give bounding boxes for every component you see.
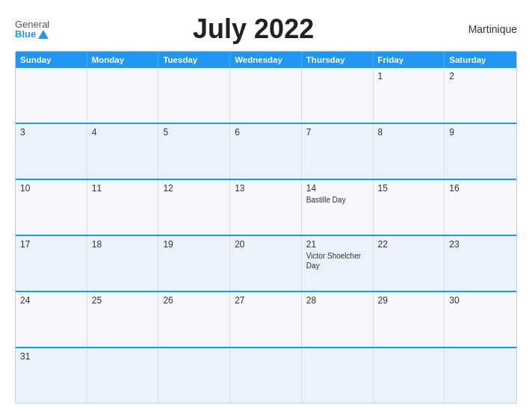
day-number: 20 [235, 239, 297, 250]
calendar-cell [230, 68, 302, 123]
day-number: 10 [20, 183, 82, 194]
calendar-cell: 5 [158, 124, 230, 179]
day-number: 18 [92, 239, 154, 250]
calendar-day-header: Saturday [445, 52, 516, 68]
calendar-cell: 14Bastille Day [302, 180, 374, 235]
calendar-cell: 13 [230, 180, 302, 235]
calendar-cell: 28 [302, 292, 374, 347]
day-number: 15 [378, 183, 440, 194]
page: General Blue July 2022 Martinique Sunday… [0, 0, 532, 411]
day-number: 24 [20, 295, 82, 306]
calendar-week: 31 [16, 347, 516, 403]
calendar-cell: 12 [158, 180, 230, 235]
calendar-cell: 21Victor Shoelcher Day [302, 236, 374, 291]
day-number: 1 [378, 71, 440, 81]
calendar-cell: 30 [445, 292, 516, 347]
event-label: Bastille Day [306, 195, 368, 205]
calendar-cell: 20 [230, 236, 302, 291]
calendar-cell: 2 [445, 68, 516, 123]
calendar-cell [16, 68, 87, 123]
day-number: 28 [306, 295, 368, 306]
day-number: 4 [92, 127, 154, 137]
day-number: 14 [306, 183, 368, 194]
calendar-body: 1234567891011121314Bastille Day151617181… [16, 68, 516, 403]
calendar-week: 3456789 [16, 123, 516, 179]
calendar-cell [302, 68, 374, 123]
calendar-cell [158, 68, 230, 123]
day-number: 23 [449, 239, 512, 250]
calendar-cell: 4 [87, 124, 159, 179]
calendar-cell: 10 [16, 180, 87, 235]
calendar-cell [230, 348, 302, 403]
calendar-day-header: Tuesday [158, 52, 230, 68]
calendar-week: 1011121314Bastille Day1516 [16, 179, 516, 235]
day-number: 3 [20, 127, 82, 137]
calendar-cell: 3 [16, 124, 87, 179]
calendar-cell [158, 348, 230, 403]
calendar-cell: 18 [87, 236, 159, 291]
calendar-cell: 17 [16, 236, 87, 291]
calendar-cell: 27 [230, 292, 302, 347]
calendar-cell: 8 [374, 124, 445, 179]
region-label: Martinique [457, 23, 517, 35]
logo-triangle-icon [38, 30, 49, 39]
calendar-day-header: Friday [374, 52, 445, 68]
calendar-cell: 23 [445, 236, 516, 291]
calendar-cell: 7 [302, 124, 374, 179]
day-number: 9 [449, 127, 512, 137]
calendar-cell [445, 348, 516, 403]
calendar-week: 12 [16, 68, 516, 123]
calendar-day-header: Wednesday [230, 52, 302, 68]
calendar-cell: 24 [16, 292, 87, 347]
event-label: Victor Shoelcher Day [306, 251, 368, 271]
calendar-cell: 29 [374, 292, 445, 347]
day-number: 17 [20, 239, 82, 250]
calendar-cell: 25 [87, 292, 159, 347]
day-number: 5 [163, 127, 225, 137]
calendar-header-row: SundayMondayTuesdayWednesdayThursdayFrid… [16, 52, 516, 68]
calendar: SundayMondayTuesdayWednesdayThursdayFrid… [15, 51, 517, 404]
calendar-cell: 15 [374, 180, 445, 235]
logo-blue-text: Blue [15, 29, 49, 39]
calendar-cell: 11 [87, 180, 159, 235]
day-number: 12 [163, 183, 225, 194]
day-number: 31 [20, 351, 82, 362]
day-number: 22 [378, 239, 440, 250]
calendar-cell [374, 348, 445, 403]
calendar-day-header: Monday [87, 52, 159, 68]
day-number: 29 [378, 295, 440, 306]
calendar-cell: 19 [158, 236, 230, 291]
day-number: 2 [449, 71, 512, 81]
header: General Blue July 2022 Martinique [15, 13, 517, 45]
calendar-cell [87, 68, 159, 123]
calendar-cell: 26 [158, 292, 230, 347]
day-number: 21 [306, 239, 368, 250]
calendar-cell [87, 348, 159, 403]
day-number: 16 [449, 183, 512, 194]
calendar-week: 24252627282930 [16, 291, 516, 347]
calendar-cell: 1 [374, 68, 445, 123]
calendar-cell: 22 [374, 236, 445, 291]
calendar-cell: 31 [16, 348, 87, 403]
logo-blue-label: Blue [15, 29, 36, 39]
calendar-cell: 6 [230, 124, 302, 179]
day-number: 19 [163, 239, 225, 250]
day-number: 30 [449, 295, 512, 306]
calendar-cell [302, 348, 374, 403]
day-number: 25 [92, 295, 154, 306]
day-number: 7 [306, 127, 368, 137]
day-number: 11 [92, 183, 154, 194]
calendar-day-header: Thursday [302, 52, 374, 68]
day-number: 27 [235, 295, 297, 306]
calendar-cell: 9 [445, 124, 516, 179]
calendar-week: 1718192021Victor Shoelcher Day2223 [16, 235, 516, 291]
calendar-cell: 16 [445, 180, 516, 235]
page-title: July 2022 [49, 13, 457, 45]
day-number: 8 [378, 127, 440, 137]
day-number: 26 [163, 295, 225, 306]
day-number: 13 [235, 183, 297, 194]
day-number: 6 [235, 127, 297, 137]
logo: General Blue [15, 19, 49, 39]
calendar-day-header: Sunday [16, 52, 87, 68]
